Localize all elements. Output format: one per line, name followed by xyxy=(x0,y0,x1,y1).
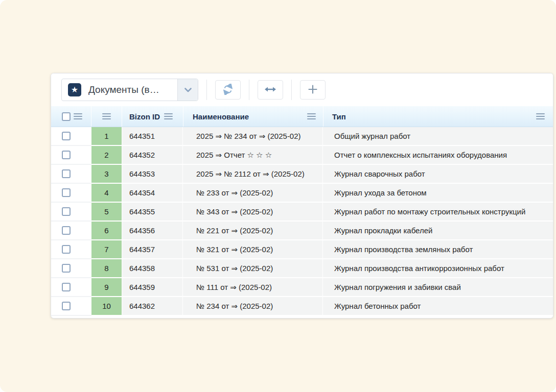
type-cell: Журнал погружения и забивки свай xyxy=(323,278,553,297)
bizon-id-cell: 644354 xyxy=(122,184,183,203)
bizon-id-cell: 644356 xyxy=(122,222,183,240)
row-checkbox[interactable] xyxy=(62,207,71,216)
column-label: Тип xyxy=(332,112,346,121)
column-menu-icon[interactable] xyxy=(102,113,111,119)
row-number-cell: 4 xyxy=(91,184,122,203)
view-selector-label: Документы (в… xyxy=(88,84,173,95)
name-cell: 2025 ⇒ № 2112 от ⇒ (2025-02) xyxy=(183,165,323,184)
name-value: № 531 от ⇒ (2025-02) xyxy=(196,264,273,273)
column-header-rownum[interactable] xyxy=(91,106,122,127)
page-background: ★ Документы (в… xyxy=(0,0,556,392)
row-checkbox[interactable] xyxy=(62,283,71,291)
column-menu-icon[interactable] xyxy=(536,113,545,119)
name-value: 2025 ⇒ № 234 от ⇒ (2025-02) xyxy=(196,132,301,141)
table-row[interactable]: 8 644358 № 531 от ⇒ (2025-02) Журнал про… xyxy=(51,259,553,278)
row-checkbox[interactable] xyxy=(62,151,71,159)
table-row[interactable]: 5 644355 № 343 от ⇒ (2025-02) Журнал раб… xyxy=(51,203,553,222)
row-number-cell: 6 xyxy=(91,222,122,240)
row-number: 3 xyxy=(104,169,108,178)
favorite-star-icon: ★ xyxy=(68,83,81,96)
name-cell: № 111 от ⇒ (2025-02) xyxy=(183,278,323,297)
type-value: Журнал производства антикоррозионных раб… xyxy=(334,264,504,273)
bizon-id-value: 644353 xyxy=(129,169,155,178)
bizon-id-cell: 644359 xyxy=(122,278,183,297)
table-row[interactable]: 6 644356 № 221 от ⇒ (2025-02) Журнал про… xyxy=(51,222,553,240)
bizon-id-value: 644355 xyxy=(129,207,155,216)
name-value: 2025 ⇒ Отчет ☆ ☆ ☆ xyxy=(196,151,272,160)
column-header-type[interactable]: Тип xyxy=(323,106,553,127)
column-header-name[interactable]: Наименование xyxy=(183,106,323,127)
name-value: № 111 от ⇒ (2025-02) xyxy=(196,283,272,292)
table-row[interactable]: 3 644353 2025 ⇒ № 2112 от ⇒ (2025-02) Жу… xyxy=(51,165,553,184)
toolbar-separator xyxy=(291,80,292,100)
bizon-id-cell: 644358 xyxy=(122,259,183,278)
row-number: 1 xyxy=(104,132,108,140)
bizon-id-cell: 644352 xyxy=(122,146,183,165)
column-menu-icon[interactable] xyxy=(74,113,82,119)
type-value: Отчет о комплексных испытаниях оборудова… xyxy=(334,151,507,159)
column-menu-icon[interactable] xyxy=(164,113,173,119)
type-value: Журнал сварочных работ xyxy=(334,169,425,178)
row-number: 7 xyxy=(104,245,108,254)
column-header-bizon-id[interactable]: Bizon ID xyxy=(122,106,183,127)
toolbar: ★ Документы (в… xyxy=(51,74,553,106)
table-row[interactable]: 2 644352 2025 ⇒ Отчет ☆ ☆ ☆ Отчет о комп… xyxy=(51,146,553,165)
bizon-id-cell: 644362 xyxy=(122,297,183,316)
name-value: 2025 ⇒ № 2112 от ⇒ (2025-02) xyxy=(196,169,305,179)
row-select-cell xyxy=(51,165,91,184)
type-value: Журнал производства земляных работ xyxy=(334,245,473,254)
select-all-checkbox[interactable] xyxy=(62,112,71,121)
bizon-id-cell: 644357 xyxy=(122,240,183,259)
bizon-id-value: 644358 xyxy=(129,264,155,273)
bizon-id-cell: 644353 xyxy=(122,165,183,184)
row-checkbox[interactable] xyxy=(62,188,71,197)
bizon-id-value: 644359 xyxy=(129,283,155,291)
row-checkbox[interactable] xyxy=(62,264,71,273)
table-row[interactable]: 9 644359 № 111 от ⇒ (2025-02) Журнал пог… xyxy=(51,278,553,297)
type-cell: Журнал прокладки кабелей xyxy=(323,222,553,240)
table-row[interactable]: 1 644351 2025 ⇒ № 234 от ⇒ (2025-02) Общ… xyxy=(51,127,553,146)
bizon-id-value: 644351 xyxy=(129,132,155,140)
row-select-cell xyxy=(51,259,91,278)
row-number-cell: 8 xyxy=(91,259,122,278)
row-number-cell: 7 xyxy=(91,240,122,259)
type-cell: Общий журнал работ xyxy=(323,127,553,146)
row-checkbox[interactable] xyxy=(62,302,71,310)
chevron-down-icon[interactable] xyxy=(177,79,198,101)
column-menu-icon[interactable] xyxy=(307,113,316,119)
plus-icon xyxy=(308,84,318,96)
documents-grid-panel: ★ Документы (в… xyxy=(51,73,553,318)
type-cell: Журнал ухода за бетоном xyxy=(323,184,553,203)
name-value: № 234 от ⇒ (2025-02) xyxy=(196,302,273,311)
row-number-cell: 1 xyxy=(91,127,122,146)
row-checkbox[interactable] xyxy=(62,169,71,178)
type-value: Журнал работ по монтажу строительных кон… xyxy=(334,207,525,216)
name-cell: 2025 ⇒ № 234 от ⇒ (2025-02) xyxy=(183,127,323,146)
table-row[interactable]: 10 644362 № 234 от ⇒ (2025-02) Журнал бе… xyxy=(51,297,553,316)
type-value: Журнал бетонных работ xyxy=(334,302,421,310)
row-checkbox[interactable] xyxy=(62,226,71,235)
name-cell: № 234 от ⇒ (2025-02) xyxy=(183,297,323,316)
resize-columns-button[interactable] xyxy=(258,80,283,100)
table-row[interactable]: 4 644354 № 233 от ⇒ (2025-02) Журнал ухо… xyxy=(51,184,553,203)
row-select-cell xyxy=(51,278,91,297)
type-cell: Журнал бетонных работ xyxy=(323,297,553,316)
row-checkbox[interactable] xyxy=(62,245,71,254)
column-label: Наименование xyxy=(193,112,249,121)
type-cell: Журнал производства земляных работ xyxy=(323,240,553,259)
view-selector-dropdown[interactable]: ★ Документы (в… xyxy=(61,79,198,101)
name-value: № 321 от ⇒ (2025-02) xyxy=(196,245,273,254)
toolbar-separator xyxy=(249,80,249,100)
row-select-cell xyxy=(51,127,91,146)
name-cell: № 531 от ⇒ (2025-02) xyxy=(183,259,323,278)
table-row[interactable]: 7 644357 № 321 от ⇒ (2025-02) Журнал про… xyxy=(51,240,553,259)
bizon-id-value: 644354 xyxy=(129,188,155,197)
row-number-cell: 10 xyxy=(91,297,122,316)
column-header-select[interactable] xyxy=(51,106,91,127)
type-value: Общий журнал работ xyxy=(334,132,410,140)
refresh-button[interactable] xyxy=(215,80,241,100)
row-number: 9 xyxy=(104,283,108,291)
row-select-cell xyxy=(51,297,91,316)
row-checkbox[interactable] xyxy=(62,132,71,140)
add-button[interactable] xyxy=(300,80,326,100)
